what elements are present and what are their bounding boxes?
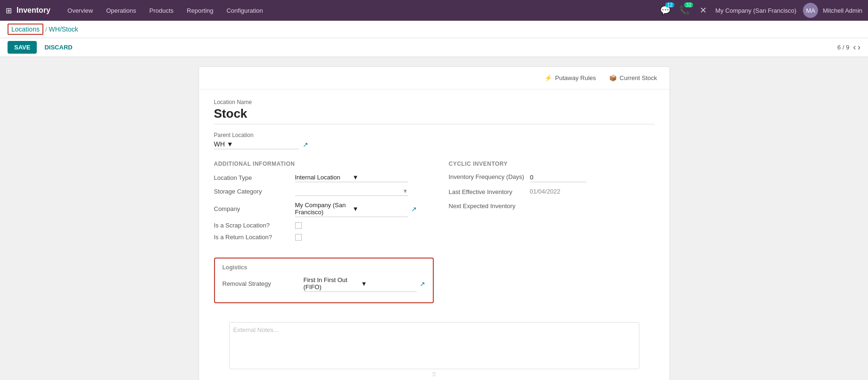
form-body: Location Name Stock Parent Location WH ▼… — [199, 89, 670, 313]
location-type-arrow: ▼ — [353, 174, 408, 181]
storage-category-arrow: ▼ — [403, 188, 408, 194]
last-eff-label: Last Effective Inventory — [449, 188, 524, 196]
inv-freq-row: Inventory Frequency (Days) 0 — [449, 173, 654, 182]
activities-badge: 32 — [684, 2, 693, 8]
storage-category-select[interactable]: ▼ — [295, 187, 408, 196]
location-name-label: Location Name — [214, 99, 654, 105]
next-button[interactable]: › — [858, 42, 860, 52]
storage-category-label: Storage Category — [214, 188, 289, 195]
breadcrumb-separator: / — [45, 26, 47, 33]
removal-strategy-row: Removal Strategy First In First Out (FIF… — [223, 275, 425, 292]
action-right: 6 / 9 ‹ › — [837, 42, 860, 52]
topnav: ⊞ Inventory Overview Operations Products… — [0, 0, 868, 21]
messages-button[interactable]: 💬 12 — [658, 3, 672, 17]
scrap-location-checkbox[interactable] — [295, 222, 302, 229]
scrap-location-label: Is a Scrap Location? — [214, 222, 289, 229]
removal-strategy-label: Removal Strategy — [223, 280, 298, 287]
last-eff-value: 01/04/2022 — [530, 188, 561, 195]
return-location-checkbox[interactable] — [295, 234, 302, 241]
parent-location-row: WH ▼ ↗ — [214, 139, 654, 149]
return-location-label: Is a Return Location? — [214, 234, 289, 241]
company-row: Company My Company (San Francisco) ▼ ↗ — [214, 201, 434, 217]
main-content: ⚡ Putaway Rules 📦 Current Stock Location… — [0, 57, 868, 380]
breadcrumb-current: WH/Stock — [49, 25, 78, 33]
parent-location-section: Parent Location WH ▼ ↗ — [214, 132, 654, 149]
company-ext-link[interactable]: ↗ — [411, 205, 417, 213]
nav-configuration[interactable]: Configuration — [221, 4, 268, 17]
prev-button[interactable]: ‹ — [853, 42, 856, 52]
company-label: My Company (San Francisco) — [715, 7, 796, 14]
notes-wrapper: External Notes... ⠿ — [214, 322, 654, 380]
breadcrumb-bar: Locations / WH/Stock — [0, 21, 868, 38]
last-eff-row: Last Effective Inventory 01/04/2022 — [449, 188, 654, 196]
logistics-section: Logistics Removal Strategy First In Firs… — [214, 258, 434, 303]
save-button[interactable]: SAVE — [8, 41, 37, 54]
breadcrumb-link[interactable]: Locations — [8, 24, 43, 35]
company-label-field: Company — [214, 205, 289, 212]
location-name-value: Stock — [214, 106, 654, 124]
discard-button[interactable]: DISCARD — [41, 41, 76, 54]
nav-arrows: ‹ › — [853, 42, 860, 52]
nav-menu: Overview Operations Products Reporting C… — [62, 4, 658, 17]
stock-icon: 📦 — [609, 74, 617, 81]
form-card: ⚡ Putaway Rules 📦 Current Stock Location… — [198, 66, 670, 380]
current-stock-button[interactable]: 📦 Current Stock — [604, 73, 661, 83]
next-exp-row: Next Expected Inventory — [449, 202, 654, 210]
app-name: Inventory — [17, 6, 50, 15]
notes-area: External Notes... — [229, 322, 639, 369]
parent-location-ext-link[interactable]: ↗ — [303, 141, 308, 148]
location-type-label: Location Type — [214, 174, 289, 181]
action-bar: SAVE DISCARD 6 / 9 ‹ › — [0, 38, 868, 57]
company-arrow: ▼ — [353, 205, 408, 212]
nav-right: 💬 12 📞 32 ✕ My Company (San Francisco) M… — [658, 3, 862, 18]
nav-overview[interactable]: Overview — [62, 4, 99, 17]
location-name-section: Location Name Stock — [214, 99, 654, 124]
parent-location-label: Parent Location — [214, 132, 654, 138]
grid-icon[interactable]: ⊞ — [6, 6, 12, 15]
additional-info-title: Additional Information — [214, 161, 434, 167]
removal-strategy-value: First In First Out (FIFO) ▼ ↗ — [304, 275, 425, 292]
activities-button[interactable]: 📞 32 — [677, 3, 691, 17]
company-select[interactable]: My Company (San Francisco) ▼ — [295, 201, 408, 217]
inv-freq-label: Inventory Frequency (Days) — [449, 173, 524, 181]
putaway-icon: ⚡ — [545, 74, 552, 81]
cyclic-title: Cyclic Inventory — [449, 161, 654, 167]
two-col-section: Additional Information Location Type Int… — [214, 161, 654, 303]
parent-location-arrow: ▼ — [227, 140, 233, 148]
location-type-value: Internal Location ▼ — [295, 173, 434, 182]
logistics-wrapper: Logistics Removal Strategy First In Firs… — [214, 248, 434, 303]
company-value: My Company (San Francisco) ▼ ↗ — [295, 201, 434, 217]
nav-reporting[interactable]: Reporting — [181, 4, 219, 17]
cyclic-inventory-section: Cyclic Inventory Inventory Frequency (Da… — [449, 161, 654, 303]
storage-category-value: ▼ — [295, 187, 434, 196]
inv-freq-value: 0 — [530, 173, 587, 182]
pagination-info: 6 / 9 — [837, 44, 849, 51]
resize-handle[interactable]: ⠿ — [214, 369, 654, 380]
location-type-select[interactable]: Internal Location ▼ — [295, 173, 408, 182]
parent-location-select[interactable]: WH ▼ — [214, 139, 299, 149]
location-type-row: Location Type Internal Location ▼ — [214, 173, 434, 182]
user-name: Mitchell Admin — [823, 7, 862, 14]
notes-placeholder: External Notes... — [233, 326, 279, 333]
removal-strategy-arrow: ▼ — [361, 280, 417, 287]
scrap-location-row: Is a Scrap Location? — [214, 222, 434, 229]
return-location-row: Is a Return Location? — [214, 234, 434, 241]
close-button[interactable]: ✕ — [696, 3, 711, 17]
next-exp-label: Next Expected Inventory — [449, 202, 524, 210]
return-location-value — [295, 234, 434, 241]
storage-category-row: Storage Category ▼ — [214, 187, 434, 196]
nav-products[interactable]: Products — [144, 4, 179, 17]
avatar: MA — [803, 3, 818, 18]
messages-badge: 12 — [665, 2, 674, 8]
scrap-location-value — [295, 222, 434, 229]
logistics-title: Logistics — [223, 264, 425, 271]
nav-operations[interactable]: Operations — [100, 4, 142, 17]
removal-strategy-select[interactable]: First In First Out (FIFO) ▼ — [304, 275, 417, 292]
putaway-rules-button[interactable]: ⚡ Putaway Rules — [540, 73, 601, 83]
removal-strategy-ext-link[interactable]: ↗ — [420, 280, 425, 288]
additional-info-section: Additional Information Location Type Int… — [214, 161, 434, 303]
action-left: SAVE DISCARD — [8, 41, 76, 54]
card-toolbar: ⚡ Putaway Rules 📦 Current Stock — [199, 67, 670, 89]
